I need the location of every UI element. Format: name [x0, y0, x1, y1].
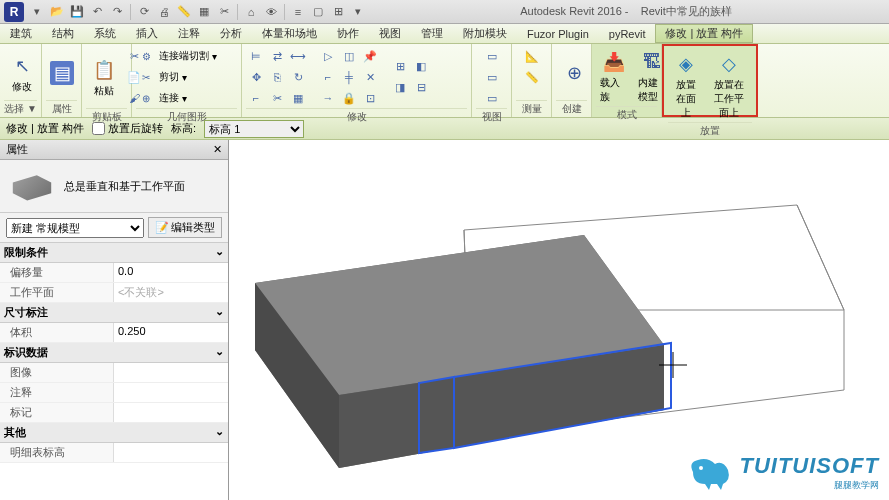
paste-button[interactable]: 📋粘贴: [86, 54, 122, 100]
sync-icon[interactable]: ⟳: [135, 3, 153, 21]
move-icon[interactable]: ✥: [246, 67, 266, 87]
view-icon[interactable]: 👁: [262, 3, 280, 21]
panel-place: ◈放置在面上 ◇放置在工作平面上 放置: [662, 44, 758, 117]
prop-mark: 标记: [0, 403, 228, 423]
tab-12[interactable]: pyRevit: [599, 26, 656, 42]
mirror-axis-icon[interactable]: ⟷: [288, 46, 308, 66]
panel-clipboard: 📋粘贴✂📄🖌 剪贴板: [82, 44, 132, 117]
measure-icon[interactable]: 📏: [175, 3, 193, 21]
panel-select: ↖修改 选择 ▼: [0, 44, 42, 117]
properties-button[interactable]: ▤: [46, 59, 78, 87]
title-bar: R ▾ 📂 💾 ↶ ↷ ⟳ 🖨 📏 ▦ ✂ ⌂ 👁 ≡ ▢ ⊞ ▾ Autode…: [0, 0, 889, 24]
copy-icon[interactable]: ⎘: [267, 67, 287, 87]
tab-3[interactable]: 插入: [126, 24, 168, 43]
unpin-icon[interactable]: 📌: [360, 46, 380, 66]
extend-icon[interactable]: →: [318, 88, 338, 108]
close-icon[interactable]: ✕: [213, 143, 222, 156]
app-icon[interactable]: R: [4, 2, 24, 22]
scale-icon[interactable]: ◫: [339, 46, 359, 66]
panel-modify: ⊨⇄⟷ ✥⎘↻ ⌐✂▦ ▷◫📌 ⌐╪✕ →🔒⊡ ⊞◧ ◨⊟ 修改: [242, 44, 472, 117]
tab-9[interactable]: 管理: [411, 24, 453, 43]
measure-icon[interactable]: 📐: [522, 46, 542, 66]
tab-1[interactable]: 结构: [42, 24, 84, 43]
lock-icon[interactable]: 🔒: [339, 88, 359, 108]
undo-icon[interactable]: ↶: [88, 3, 106, 21]
type-selector[interactable]: 总是垂直和基于工作平面: [0, 160, 228, 213]
tab-0[interactable]: 建筑: [0, 24, 42, 43]
close-hidden-icon[interactable]: ▢: [309, 3, 327, 21]
prop-offset: 偏移量0.0: [0, 263, 228, 283]
tab-5[interactable]: 分析: [210, 24, 252, 43]
tab-7[interactable]: 协作: [327, 24, 369, 43]
tab-4[interactable]: 注释: [168, 24, 210, 43]
thin-lines-icon[interactable]: ≡: [289, 3, 307, 21]
prop-workplane: 工作平面<不关联>: [0, 283, 228, 303]
drawing-area[interactable]: TUITUISOFT腿腿教学网: [229, 140, 889, 500]
group-dimensions[interactable]: 尺寸标注⌄: [0, 303, 228, 323]
level-label: 标高:: [171, 121, 196, 136]
tab-13[interactable]: 修改 | 放置 构件: [655, 24, 753, 43]
svg-point-8: [699, 466, 703, 470]
group-constraints[interactable]: 限制条件⌄: [0, 243, 228, 263]
modify-button[interactable]: ↖修改: [4, 50, 40, 96]
tab-10[interactable]: 附加模块: [453, 24, 517, 43]
split-gap-icon[interactable]: ╪: [339, 67, 359, 87]
panel-geometry: ⚙连接端切割 ▾ ✂剪切 ▾ ⊕连接 ▾ 几何图形: [132, 44, 242, 117]
cut-geom-button[interactable]: ✂剪切 ▾: [136, 67, 187, 87]
customize-qat-icon[interactable]: ▾: [349, 3, 367, 21]
mirror-draw-icon[interactable]: ▷: [318, 46, 338, 66]
align-icon[interactable]: ⊨: [246, 46, 266, 66]
trim-icon[interactable]: ⌐: [246, 88, 266, 108]
rotate-after-place-checkbox[interactable]: 放置后旋转: [92, 121, 163, 136]
group-identity[interactable]: 标识数据⌄: [0, 343, 228, 363]
panel-create: ⊕创建: [552, 44, 592, 117]
panel-mode: 📥载入族 🏗内建模型 模式: [592, 44, 662, 117]
rotate-icon[interactable]: ↻: [288, 67, 308, 87]
split-icon[interactable]: ✂: [267, 88, 287, 108]
3d-icon[interactable]: ⌂: [242, 3, 260, 21]
create-button[interactable]: ⊕: [556, 57, 592, 89]
cope-button[interactable]: ⚙连接端切割 ▾: [136, 46, 217, 66]
place-on-workplane-button[interactable]: ◇放置在工作平面上: [706, 48, 752, 122]
ribbon: ↖修改 选择 ▼ ▤ 属性 📋粘贴✂📄🖌 剪贴板 ⚙连接端切割 ▾ ✂剪切 ▾ …: [0, 44, 889, 118]
prop-comment: 注释: [0, 383, 228, 403]
tab-6[interactable]: 体量和场地: [252, 24, 327, 43]
optbar-title: 修改 | 放置 构件: [6, 121, 84, 136]
trim-corner-icon[interactable]: ⌐: [318, 67, 338, 87]
load-family-button[interactable]: 📥载入族: [596, 46, 632, 106]
switch-window-icon[interactable]: ⊞: [329, 3, 347, 21]
instance-filter-select[interactable]: 新建 常规模型: [6, 218, 144, 238]
array-icon[interactable]: ▦: [288, 88, 308, 108]
offset-icon[interactable]: ⇄: [267, 46, 287, 66]
level-select[interactable]: 标高 1: [204, 120, 304, 138]
properties-palette: 属性✕ 总是垂直和基于工作平面 新建 常规模型 📝编辑类型 限制条件⌄ 偏移量0…: [0, 140, 229, 500]
group-icon[interactable]: ⊡: [360, 88, 380, 108]
delete-icon[interactable]: ✕: [360, 67, 380, 87]
tab-2[interactable]: 系统: [84, 24, 126, 43]
panel-properties: ▤ 属性: [42, 44, 82, 117]
panel-view: ▭▭▭视图: [472, 44, 512, 117]
open-icon[interactable]: 📂: [48, 3, 66, 21]
edit-type-button[interactable]: 📝编辑类型: [148, 217, 222, 238]
view-icon[interactable]: ▭: [482, 46, 502, 66]
print-icon[interactable]: 🖨: [155, 3, 173, 21]
model-3d-view: [229, 140, 889, 500]
save-icon[interactable]: 💾: [68, 3, 86, 21]
place-on-face-button[interactable]: ◈放置在面上: [668, 48, 704, 122]
tab-8[interactable]: 视图: [369, 24, 411, 43]
group-other[interactable]: 其他⌄: [0, 423, 228, 443]
join-geom-button[interactable]: ⊕连接 ▾: [136, 88, 187, 108]
window-title: Autodesk Revit 2016 - Revit中常见的族样: [367, 4, 885, 19]
type-thumbnail: [8, 168, 56, 204]
prop-schedule-level: 明细表标高: [0, 443, 228, 463]
panel-measure: 📐📏测量: [512, 44, 552, 117]
watermark: TUITUISOFT腿腿教学网: [683, 452, 879, 492]
tab-11[interactable]: Fuzor Plugin: [517, 26, 599, 42]
align-icon[interactable]: ▦: [195, 3, 213, 21]
ribbon-tabs: 建筑结构系统插入注释分析体量和场地协作视图管理附加模块Fuzor Pluginp…: [0, 24, 889, 44]
prop-volume: 体积0.250: [0, 323, 228, 343]
app-menu-dropdown[interactable]: ▾: [28, 3, 46, 21]
quick-access-toolbar: ▾ 📂 💾 ↶ ↷ ⟳ 🖨 📏 ▦ ✂ ⌂ 👁 ≡ ▢ ⊞ ▾: [28, 3, 367, 21]
redo-icon[interactable]: ↷: [108, 3, 126, 21]
section-icon[interactable]: ✂: [215, 3, 233, 21]
